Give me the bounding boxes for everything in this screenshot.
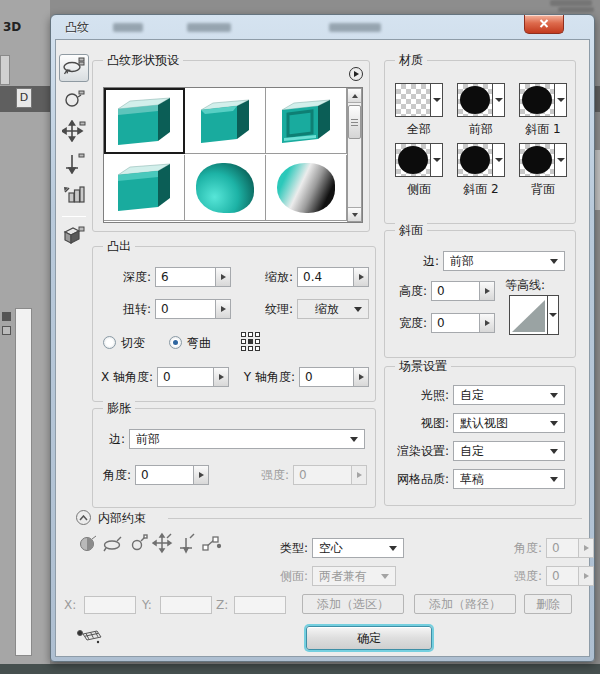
mesh-quality-label: 网格品质:	[385, 469, 449, 489]
contour-arrow-icon	[547, 296, 558, 334]
add-path-button[interactable]: 添加（路径）	[414, 594, 516, 614]
rotate-icon	[62, 56, 86, 81]
constraint-angle-input: 0	[546, 538, 594, 558]
dialog-titlebar[interactable]: 凸纹	[51, 15, 594, 39]
ok-button-label: 确定	[357, 630, 381, 647]
texture-dropdown[interactable]: 缩放	[297, 299, 369, 319]
ok-button[interactable]: 确定	[306, 626, 432, 650]
mesh-quality-dropdown[interactable]: 草稿	[453, 469, 565, 489]
spinner-icon[interactable]	[353, 368, 368, 386]
shear-radio-label[interactable]: 切变	[121, 333, 145, 353]
material-swatch-back[interactable]	[519, 143, 567, 177]
depth-input[interactable]: 6	[155, 267, 231, 287]
constraint-slide-tool-button[interactable]	[176, 532, 198, 554]
constraint-sphere-tool-button[interactable]	[78, 532, 100, 554]
y-angle-input[interactable]: 0	[299, 367, 369, 387]
contour-label: 等高线:	[505, 275, 545, 295]
bevel-width-input[interactable]: 0	[431, 313, 495, 333]
material-texture-icon	[520, 144, 554, 176]
bevel-edge-label: 边:	[411, 251, 439, 271]
preset-thumbnail[interactable]	[266, 88, 347, 154]
delete-constraint-button[interactable]: 删除	[524, 594, 572, 614]
render-settings-dropdown[interactable]: 自定	[453, 441, 565, 461]
x-coord-label: X:	[64, 595, 76, 615]
bevel-height-input[interactable]: 0	[431, 281, 495, 301]
preset-thumbnail[interactable]	[185, 88, 266, 154]
preset-thumbnail[interactable]	[185, 155, 266, 221]
scroll-down-button[interactable]	[348, 207, 361, 221]
rotate-mesh-tool-button[interactable]	[59, 54, 89, 82]
shape-presets-legend: 凸纹形状预设	[103, 52, 183, 69]
presets-menu-button[interactable]	[349, 67, 363, 81]
material-swatch-side[interactable]	[395, 143, 443, 177]
constraint-side-label: 侧面:	[266, 566, 308, 586]
repousse-dialog: 凸纹	[50, 14, 595, 662]
spinner-icon[interactable]	[215, 300, 230, 318]
x-angle-input[interactable]: 0	[157, 367, 229, 387]
bend-radio-label[interactable]: 弯曲	[187, 333, 211, 353]
slide-mesh-tool-button[interactable]	[59, 150, 89, 178]
material-swatch-all[interactable]	[395, 83, 443, 117]
constraint-rotate-tool-button[interactable]	[102, 532, 124, 554]
scrollbar-thumb[interactable]	[348, 105, 361, 139]
mesh-object-button[interactable]	[59, 222, 89, 250]
extrude-legend: 凸出	[103, 238, 135, 255]
roll-mesh-tool-button[interactable]	[59, 86, 89, 114]
background-swatch-fragment	[2, 326, 11, 335]
roll-icon	[62, 88, 86, 113]
inflate-angle-input[interactable]: 0	[135, 465, 209, 485]
material-swatch-bevel2[interactable]	[457, 143, 505, 177]
constraint-pan-tool-button[interactable]	[152, 532, 174, 554]
spinner-icon[interactable]	[215, 268, 230, 286]
constraint-strength-label: 强度:	[500, 566, 542, 586]
preset-thumbnail[interactable]	[104, 88, 185, 154]
bend-radio[interactable]	[169, 336, 182, 349]
titlebar-ghost	[187, 23, 231, 32]
show-mesh-toggle[interactable]	[76, 628, 102, 646]
spinner-icon[interactable]	[479, 282, 494, 300]
material-swatch-front[interactable]	[457, 83, 505, 117]
inflate-edge-dropdown[interactable]: 前部	[129, 429, 365, 449]
scale-mesh-tool-button[interactable]	[59, 182, 89, 210]
constraint-roll-tool-button[interactable]	[128, 532, 150, 554]
presets-scrollbar[interactable]	[347, 88, 362, 222]
x-coord-input	[84, 596, 136, 614]
inflate-legend: 膨胀	[103, 400, 135, 417]
scale-input[interactable]: 0.4	[297, 267, 369, 287]
material-label: 斜面 2	[457, 181, 505, 198]
spinner-icon[interactable]	[353, 268, 368, 286]
material-texture-icon	[520, 84, 554, 116]
material-texture-icon	[458, 84, 492, 116]
reference-point-grid[interactable]	[241, 332, 263, 354]
bevel-edge-dropdown[interactable]: 前部	[443, 251, 565, 271]
swatch-arrow-icon	[492, 84, 504, 116]
lights-label: 光照:	[385, 385, 449, 405]
material-texture-icon	[458, 144, 492, 176]
dropdown-arrow-icon	[354, 307, 362, 312]
pan-mesh-tool-button[interactable]	[59, 118, 89, 146]
add-selection-button[interactable]: 添加（选区）	[302, 594, 404, 614]
scroll-up-button[interactable]	[348, 89, 361, 103]
spinner-icon	[351, 466, 366, 484]
contour-picker[interactable]	[509, 295, 559, 335]
transparent-texture-icon	[396, 84, 430, 116]
inflate-strength-input: 0	[293, 465, 367, 485]
background-white-panel	[15, 308, 32, 656]
swatch-arrow-icon	[554, 144, 566, 176]
inflate-angle-label: 角度:	[93, 465, 131, 485]
view-dropdown[interactable]: 默认视图	[453, 413, 565, 433]
preset-thumbnail[interactable]	[104, 155, 185, 221]
spinner-icon[interactable]	[193, 466, 208, 484]
shear-radio[interactable]	[103, 336, 116, 349]
close-button[interactable]	[524, 15, 564, 34]
lights-dropdown[interactable]: 自定	[453, 385, 565, 405]
constraint-type-dropdown[interactable]: 空心	[312, 538, 404, 558]
preset-thumbnail[interactable]	[266, 155, 347, 221]
spinner-icon[interactable]	[479, 314, 494, 332]
spinner-icon[interactable]	[213, 368, 228, 386]
twist-input[interactable]: 0	[155, 299, 231, 319]
flyout-arrow-icon	[354, 71, 359, 77]
material-swatch-bevel1[interactable]	[519, 83, 567, 117]
constraint-path-tool-button[interactable]	[200, 532, 222, 554]
constraints-collapse-button[interactable]	[76, 510, 91, 525]
